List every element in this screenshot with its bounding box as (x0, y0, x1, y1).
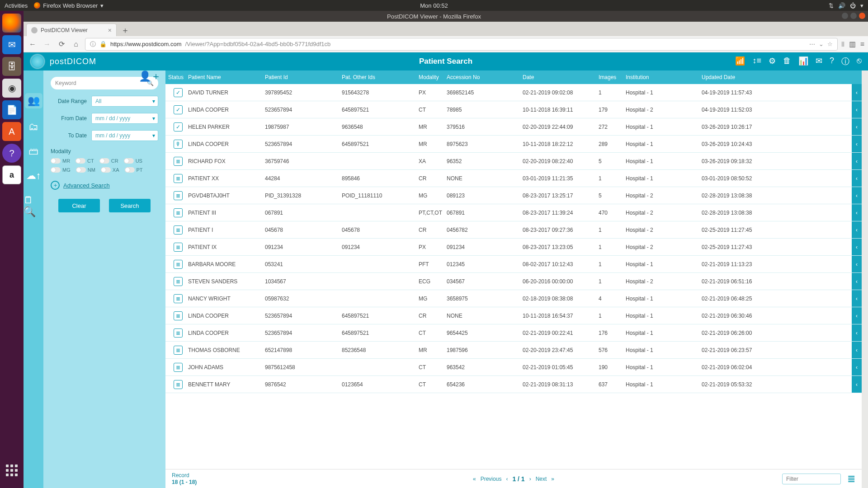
modality-toggle-us[interactable]: US (124, 158, 142, 164)
help-icon[interactable]: ? (830, 56, 834, 67)
window-maximize[interactable] (850, 13, 857, 19)
dock-writer[interactable]: 📄 (2, 100, 21, 119)
brand[interactable]: postDICOM (24, 54, 103, 69)
search-button[interactable]: Search (109, 199, 151, 212)
table-row[interactable]: ≣LINDA COOPER523657894645897521CRNONE10-… (165, 307, 862, 324)
logout-icon[interactable]: ⎋ (857, 56, 862, 67)
window-minimize[interactable] (842, 13, 848, 19)
reload-button[interactable]: ⟳ (56, 39, 67, 50)
row-expand-icon[interactable]: ‹ (852, 256, 862, 272)
row-expand-icon[interactable]: ‹ (852, 376, 862, 393)
from-date-input[interactable]: mm / dd / yyyy ▾ (91, 113, 158, 124)
gear-icon[interactable]: ⚙ (769, 56, 776, 67)
row-expand-icon[interactable]: ‹ (852, 290, 862, 307)
list-view-icon[interactable]: ≣ (847, 473, 855, 485)
table-row[interactable]: 🎙LINDA COOPER523657894645897521MR8975623… (165, 136, 862, 153)
table-row[interactable]: ✓LINDA COOPER523657894645897521CT7898510… (165, 101, 862, 118)
rail-upload[interactable]: ☁↑ (26, 170, 41, 182)
app-menu[interactable]: Firefox Web Browser ▾ (34, 2, 104, 9)
row-expand-icon[interactable]: ‹ (852, 153, 862, 169)
rail-patients[interactable]: 👥 (25, 93, 42, 108)
col-acc[interactable]: Accession No (447, 74, 523, 80)
modality-toggle-pt[interactable]: PT (125, 167, 143, 173)
modality-toggle-cr[interactable]: CR (99, 158, 118, 164)
table-row[interactable]: ≣BENNETT MARY98765420123654CT65423602-21… (165, 376, 862, 393)
network-icon[interactable]: ⇅ (829, 2, 834, 9)
table-row[interactable]: ≣PATIENT IX091234091234PX09123408-23-201… (165, 239, 862, 256)
sidebar-icon[interactable]: ▥ (849, 40, 856, 48)
next-button[interactable]: Next (536, 476, 547, 482)
prev-page-icon[interactable]: ‹ (506, 476, 508, 482)
home-button[interactable]: ⌂ (71, 39, 81, 50)
dock-help[interactable]: ? (2, 144, 21, 163)
last-page-icon[interactable]: » (551, 476, 554, 482)
new-tab-button[interactable]: ＋ (119, 24, 131, 36)
dock-amazon[interactable]: a (2, 165, 21, 184)
row-expand-icon[interactable]: ‹ (852, 136, 862, 152)
library-icon[interactable]: ⫴ (841, 40, 844, 48)
url-bar[interactable]: ⓘ 🔒 https://www.postdicom.com /Viewer/?A… (85, 38, 838, 51)
row-expand-icon[interactable]: ‹ (852, 101, 862, 118)
modality-toggle-mr[interactable]: MR (51, 158, 70, 164)
table-row[interactable]: ✓HELEN PARKER198759879636548MR37951602-2… (165, 118, 862, 136)
table-row[interactable]: ≣JOHN ADAMS9875612458CT96354202-21-2019 … (165, 359, 862, 376)
dock-files[interactable]: 🗄 (2, 57, 21, 76)
row-expand-icon[interactable]: ‹ (852, 359, 862, 375)
clock-label[interactable]: Mon 00:52 (420, 2, 448, 9)
row-expand-icon[interactable]: ‹ (852, 221, 862, 238)
row-expand-icon[interactable]: ‹ (852, 204, 862, 221)
dock-rhythmbox[interactable]: ◉ (2, 79, 21, 98)
table-row[interactable]: ≣BARBARA MOORE053241PFT01234508-02-2017 … (165, 256, 862, 273)
chart-icon[interactable]: 📊 (798, 56, 808, 67)
rail-documents[interactable]: 🗃 (28, 145, 38, 157)
first-page-icon[interactable]: « (473, 476, 476, 482)
table-row[interactable]: ≣STEVEN SANDERS1034567ECG03456706-20-201… (165, 273, 862, 290)
row-expand-icon[interactable]: ‹ (852, 170, 862, 187)
modality-toggle-ct[interactable]: CT (75, 158, 94, 164)
previous-button[interactable]: Previous (481, 476, 502, 482)
table-row[interactable]: ≣PGVD4BTAJ0HTPID_31391328POID_11181110MG… (165, 187, 862, 204)
trash-icon[interactable]: 🗑 (783, 56, 791, 67)
to-date-input[interactable]: mm / dd / yyyy ▾ (91, 130, 158, 141)
table-header[interactable]: Status Patient Name Patient Id Pat. Othe… (165, 70, 862, 84)
info-icon[interactable]: ⓘ (841, 56, 849, 67)
rail-worklist[interactable]: 🗒🔍 (24, 194, 43, 218)
table-row[interactable]: ≣PATIENT III067891PT,CT,OT06789108-23-20… (165, 204, 862, 221)
row-expand-icon[interactable]: ‹ (852, 84, 862, 101)
col-status[interactable]: Status (165, 74, 188, 80)
col-other[interactable]: Pat. Other Ids (342, 74, 419, 80)
bookmark-star-icon[interactable]: ☆ (827, 41, 833, 47)
col-img[interactable]: Images (599, 74, 626, 80)
sort-icon[interactable]: ↕≡ (752, 56, 761, 67)
vertical-scrollbar[interactable] (862, 70, 868, 488)
col-mod[interactable]: Modality (419, 74, 447, 80)
advanced-search-link[interactable]: ＋ Advanced Search (51, 181, 158, 190)
filter-input[interactable] (782, 474, 841, 484)
reader-mode-icon[interactable]: ⋯ (809, 41, 815, 47)
tab-close-icon[interactable]: × (108, 27, 112, 34)
modality-toggle-xa[interactable]: XA (101, 167, 119, 173)
row-expand-icon[interactable]: ‹ (852, 187, 862, 204)
browser-tab[interactable]: PostDICOM Viewer × (26, 23, 117, 36)
row-expand-icon[interactable]: ‹ (852, 239, 862, 255)
mail-icon[interactable]: ✉ (816, 56, 822, 67)
table-row[interactable]: ≣PATIENT XX44284895846CRNONE03-01-2019 1… (165, 170, 862, 187)
volume-icon[interactable]: 🔊 (838, 2, 845, 9)
activities-button[interactable]: Activities (5, 2, 28, 9)
table-row[interactable]: ≣LINDA COOPER523657894645897521CT9654425… (165, 324, 862, 342)
window-close[interactable] (859, 13, 865, 19)
table-row[interactable]: ≣RICHARD FOX36759746XA9635202-20-2019 08… (165, 153, 862, 170)
row-expand-icon[interactable]: ‹ (852, 342, 862, 358)
col-date[interactable]: Date (523, 74, 599, 80)
col-pid[interactable]: Patient Id (265, 74, 342, 80)
row-expand-icon[interactable]: ‹ (852, 307, 862, 324)
add-patient-icon[interactable]: 👤＋ (139, 70, 161, 83)
dock-thunderbird[interactable]: ✉ (2, 35, 21, 54)
power-icon[interactable]: ⏻ (850, 2, 856, 9)
hamburger-menu-icon[interactable]: ≡ (860, 40, 864, 48)
forward-button[interactable]: → (42, 39, 52, 50)
table-row[interactable]: ≣THOMAS OSBORNE65214789885236548MR198759… (165, 342, 862, 359)
modality-toggle-mg[interactable]: MG (51, 167, 71, 173)
back-button[interactable]: ← (27, 39, 38, 50)
table-row[interactable]: ✓DAVID TURNER397895452915643278PX3698521… (165, 84, 862, 101)
